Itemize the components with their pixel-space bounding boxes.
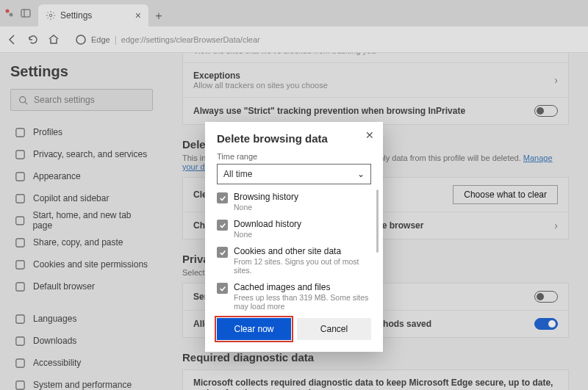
time-range-select[interactable]: All time ⌄	[217, 164, 371, 184]
cancel-button[interactable]: Cancel	[297, 318, 371, 340]
modal-overlay: ✕ Delete browsing data Time range All ti…	[0, 0, 588, 390]
checkbox-row[interactable]: Cached images and filesFrees up less tha…	[217, 282, 371, 311]
clear-data-dialog: ✕ Delete browsing data Time range All ti…	[205, 122, 383, 352]
time-range-label: Time range	[217, 152, 371, 161]
dialog-actions: Clear now Cancel	[217, 318, 371, 340]
chevron-down-icon: ⌄	[357, 169, 365, 179]
dialog-title: Delete browsing data	[217, 132, 371, 145]
checkbox[interactable]	[217, 283, 228, 294]
checkbox-row[interactable]: Download historyNone	[217, 219, 371, 239]
checkbox[interactable]	[217, 247, 228, 258]
checkbox-row[interactable]: Cookies and other site dataFrom 12 sites…	[217, 246, 371, 275]
checkbox-list: Browsing historyNoneDownload historyNone…	[217, 192, 371, 311]
close-icon[interactable]: ✕	[365, 129, 374, 141]
checkbox-row[interactable]: Browsing historyNone	[217, 192, 371, 212]
clear-now-button[interactable]: Clear now	[217, 318, 291, 340]
checkbox[interactable]	[217, 192, 228, 203]
checkbox[interactable]	[217, 220, 228, 231]
scrollbar[interactable]	[376, 189, 379, 253]
